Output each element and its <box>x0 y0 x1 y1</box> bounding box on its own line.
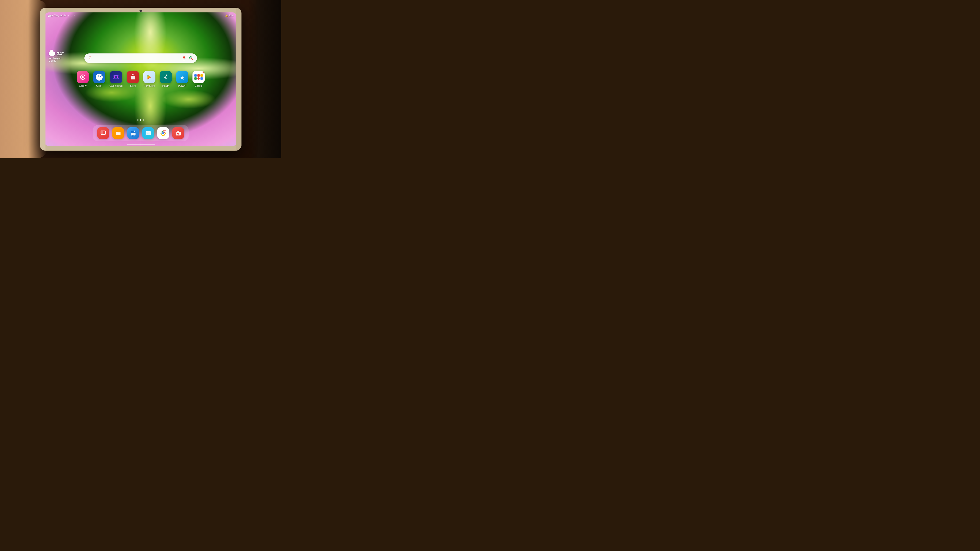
svg-rect-20 <box>115 77 116 77</box>
page-indicators <box>137 119 144 121</box>
dock-chrome[interactable] <box>158 127 169 139</box>
penup-label: PENUP <box>178 84 186 87</box>
svg-point-28 <box>147 133 148 133</box>
svg-point-29 <box>148 133 149 133</box>
svg-point-21 <box>166 75 167 76</box>
calendar-date: 14 <box>132 135 134 137</box>
app-item-play-store[interactable]: Play Store <box>143 71 156 87</box>
tablet-edge-left <box>40 8 46 151</box>
svg-point-4 <box>190 57 191 58</box>
battery-text: 91% <box>229 14 234 17</box>
svg-point-17 <box>114 76 115 78</box>
dock-messages[interactable] <box>142 127 154 139</box>
app-item-store[interactable]: Store <box>127 71 139 87</box>
gaming-hub-icon[interactable] <box>110 71 122 83</box>
svg-point-18 <box>117 76 118 78</box>
wifi-icon: ▪ <box>74 14 74 17</box>
page-dot-2[interactable] <box>140 119 142 121</box>
dock: 14 <box>92 125 189 141</box>
app-row: Gallery Clock <box>77 71 205 87</box>
svg-point-35 <box>178 133 179 134</box>
svg-rect-23 <box>101 131 103 135</box>
svg-point-7 <box>82 76 84 78</box>
play-store-icon[interactable] <box>143 71 156 83</box>
dock-calendar[interactable]: 14 <box>127 127 139 139</box>
app-item-clock[interactable]: Clock <box>93 71 105 87</box>
signal-icon: ▲ <box>67 14 70 17</box>
page-dot-1[interactable] <box>137 119 138 121</box>
clock-icon[interactable] <box>93 71 105 83</box>
right-side <box>248 0 282 158</box>
clock-face <box>95 73 103 81</box>
search-bar[interactable]: G <box>84 54 197 63</box>
google-logo: G <box>88 56 92 60</box>
status-time: 6:07 <box>48 14 53 17</box>
svg-line-15 <box>81 78 81 78</box>
app-item-gallery[interactable]: Gallery <box>77 71 89 87</box>
app-item-gaming-hub[interactable]: Gaming Hub <box>110 71 123 87</box>
dock-camera[interactable] <box>172 127 184 139</box>
network-icon: G <box>71 14 72 17</box>
svg-rect-25 <box>131 131 135 133</box>
clock-minute-hand <box>99 75 102 77</box>
gaming-hub-label: Gaming Hub <box>110 84 123 87</box>
cloud-icon <box>49 52 55 56</box>
clock-label: Clock <box>96 84 102 87</box>
svg-point-32 <box>162 132 164 134</box>
gallery-icon[interactable] <box>77 71 89 83</box>
nav-bar <box>127 144 155 145</box>
weather-condition: Cloudy <box>49 60 56 62</box>
weather-location: Washington <box>49 57 61 60</box>
app-item-penup[interactable]: PENUP <box>176 71 188 87</box>
status-left: 6:07 Tue, Jan 14 ▲ G ▪ <box>48 14 75 17</box>
tablet-edge-right <box>236 8 242 151</box>
app-item-google[interactable]: 3 Google <box>192 71 205 87</box>
svg-line-5 <box>191 59 193 60</box>
voice-search-icon[interactable] <box>181 56 187 61</box>
svg-line-12 <box>81 75 81 76</box>
status-right: 🔔 91% <box>225 14 234 17</box>
dock-edge-panels[interactable] <box>97 127 109 139</box>
store-icon[interactable] <box>127 71 139 83</box>
weather-widget: 34° Washington Cloudy <box>49 51 64 62</box>
tablet-screen: 6:07 Tue, Jan 14 ▲ G ▪ 🔔 91% 34° Washing… <box>45 13 237 146</box>
app-item-health[interactable]: Health <box>160 71 172 87</box>
store-label: Store <box>130 84 136 87</box>
dock-my-files[interactable] <box>112 127 124 139</box>
health-icon[interactable] <box>160 71 172 83</box>
google-icon[interactable]: 3 <box>192 71 205 83</box>
health-label: Health <box>162 84 169 87</box>
status-date: Tue, Jan 14 <box>54 14 66 17</box>
weather-top: 34° <box>49 51 64 57</box>
status-bar: 6:07 Tue, Jan 14 ▲ G ▪ 🔔 91% <box>45 13 237 19</box>
penup-icon[interactable] <box>176 71 188 83</box>
volume-icon: 🔔 <box>225 14 228 17</box>
page-dot-3[interactable] <box>143 119 144 121</box>
play-store-label: Play Store <box>144 84 155 87</box>
weather-temperature: 34° <box>57 51 64 57</box>
lens-search-icon[interactable] <box>188 56 194 61</box>
tablet-frame: 6:07 Tue, Jan 14 ▲ G ▪ 🔔 91% 34° Washing… <box>40 8 242 151</box>
svg-line-13 <box>84 78 84 78</box>
scene: 6:07 Tue, Jan 14 ▲ G ▪ 🔔 91% 34° Washing… <box>0 0 282 158</box>
svg-line-14 <box>84 75 84 76</box>
gallery-label: Gallery <box>79 84 86 87</box>
svg-point-30 <box>149 133 150 133</box>
svg-rect-0 <box>183 56 185 59</box>
google-label: Google <box>195 84 202 87</box>
